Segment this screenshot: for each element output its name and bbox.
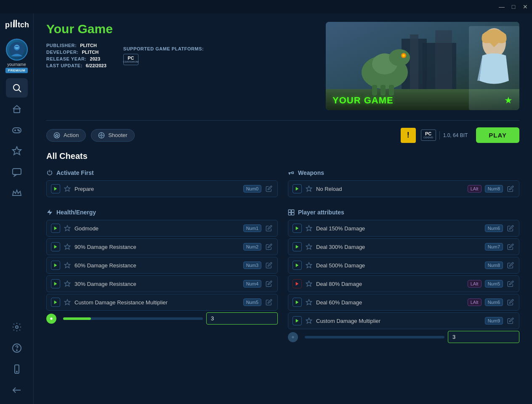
edit-deal150-button[interactable] bbox=[506, 224, 515, 232]
health-slider-track[interactable] bbox=[63, 317, 203, 320]
toggle-circle-icon bbox=[291, 335, 295, 339]
edit-icon10 bbox=[507, 262, 514, 269]
play-60dmg-button[interactable] bbox=[51, 261, 60, 270]
section-title-health-energy: Health/Energy bbox=[46, 209, 278, 216]
maximize-button[interactable]: □ bbox=[510, 3, 517, 10]
version-info: PC CD/DVD 1.0, 64 BIT bbox=[421, 129, 468, 141]
svg-rect-66 bbox=[292, 213, 294, 215]
svg-marker-76 bbox=[306, 299, 311, 305]
developer-label: DEVELOPER: bbox=[46, 50, 79, 55]
edit-custom-dmg-button[interactable] bbox=[265, 298, 273, 306]
svg-marker-50 bbox=[296, 187, 299, 190]
edit-no-reload-button[interactable] bbox=[506, 185, 515, 193]
sidebar-item-home[interactable] bbox=[6, 99, 28, 119]
svg-point-8 bbox=[13, 84, 19, 90]
edit-godmode-button[interactable] bbox=[265, 224, 273, 232]
svg-point-41 bbox=[101, 135, 102, 136]
svg-rect-10 bbox=[14, 109, 20, 113]
star-60dmg-button[interactable] bbox=[64, 261, 71, 269]
star-custom-multiplier-button[interactable] bbox=[305, 317, 313, 325]
svg-marker-47 bbox=[64, 186, 70, 191]
play-godmode-button[interactable] bbox=[51, 224, 60, 233]
star-godmode-button[interactable] bbox=[64, 224, 71, 232]
sidebar-item-back[interactable] bbox=[6, 380, 28, 400]
sidebar-item-mobile[interactable] bbox=[6, 359, 28, 379]
minimize-button[interactable]: — bbox=[498, 3, 505, 10]
genre-tag-shooter[interactable]: Shooter bbox=[91, 129, 135, 142]
edit-deal300-button[interactable] bbox=[506, 243, 515, 251]
sidebar-item-games[interactable] bbox=[6, 120, 28, 140]
play-custom-multiplier-button[interactable] bbox=[293, 316, 302, 325]
edit-60dmg-button[interactable] bbox=[265, 261, 273, 269]
edit-30dmg-button[interactable] bbox=[265, 280, 273, 288]
edit-icon8 bbox=[507, 225, 514, 232]
cheat-row-deal300: Deal 300% Damage Num7 bbox=[288, 238, 519, 255]
svg-rect-3 bbox=[16, 20, 17, 27]
play-deal500-button[interactable] bbox=[293, 261, 302, 270]
cheats-grid: Activate First Prepare Num0 bbox=[46, 169, 519, 353]
cheat-name-60dmg: 60% Damage Resistance bbox=[74, 262, 240, 269]
sidebar-item-favorites[interactable] bbox=[6, 141, 28, 161]
pc-platform-badge[interactable]: PC CD/DVDROM bbox=[123, 54, 138, 65]
cheat-row-deal60: Deal 60% Damage LAlt Num6 bbox=[288, 294, 519, 311]
genre-tag-action[interactable]: Action bbox=[46, 129, 86, 142]
play-prepare-button[interactable] bbox=[51, 184, 60, 193]
player-attr-slider-track[interactable] bbox=[305, 336, 444, 338]
play-deal60-button[interactable] bbox=[293, 298, 302, 307]
svg-point-79 bbox=[292, 336, 294, 338]
play-tri4 bbox=[53, 245, 58, 249]
warning-icon[interactable]: ! bbox=[401, 128, 416, 143]
edit-prepare-button[interactable] bbox=[265, 185, 273, 193]
star-deal150-button[interactable] bbox=[305, 224, 313, 232]
sidebar-item-premium[interactable] bbox=[6, 183, 28, 203]
edit-icon4 bbox=[266, 243, 272, 250]
play-tri12 bbox=[295, 300, 299, 304]
play-button[interactable]: PLAY bbox=[476, 127, 519, 143]
edit-deal500-button[interactable] bbox=[506, 261, 515, 269]
play-30dmg-button[interactable] bbox=[51, 279, 60, 288]
play-custom-dmg-button[interactable] bbox=[51, 298, 60, 307]
play-deal150-button[interactable] bbox=[293, 224, 302, 233]
cheat-row-30dmg: 30% Damage Resistance Num4 bbox=[46, 275, 278, 292]
player-attr-number-input[interactable] bbox=[448, 331, 519, 343]
star-deal300-button[interactable] bbox=[305, 243, 313, 251]
close-button[interactable]: ✕ bbox=[522, 3, 529, 10]
star-icon4 bbox=[64, 243, 71, 250]
sidebar-item-chat[interactable] bbox=[6, 162, 28, 182]
cheat-row-deal500: Deal 500% Damage Num8 bbox=[288, 257, 519, 274]
health-toggle[interactable] bbox=[46, 314, 56, 324]
cheat-row-custom-dmg: Custom Damage Resistance Multiplier Num5 bbox=[46, 294, 278, 311]
edit-custom-multiplier-button[interactable] bbox=[506, 317, 515, 325]
play-90dmg-button[interactable] bbox=[51, 242, 60, 251]
star-prepare-button[interactable] bbox=[64, 185, 71, 193]
star-90dmg-button[interactable] bbox=[64, 243, 71, 251]
star-deal500-button[interactable] bbox=[305, 261, 313, 269]
section-title-activate-first: Activate First bbox=[46, 169, 278, 176]
toggle-check-icon bbox=[50, 317, 53, 320]
play-no-reload-button[interactable] bbox=[293, 184, 302, 193]
platforms-label: SUPPORTED GAME PLATFORMS: bbox=[123, 46, 204, 51]
player-attr-toggle[interactable] bbox=[288, 332, 298, 342]
star-30dmg-button[interactable] bbox=[64, 280, 71, 288]
star-no-reload-button[interactable] bbox=[305, 185, 313, 193]
edit-90dmg-button[interactable] bbox=[265, 243, 273, 251]
logo: pl i tch bbox=[4, 18, 29, 32]
play-deal300-button[interactable] bbox=[293, 242, 302, 251]
help-icon bbox=[12, 343, 22, 353]
edit-deal80-button[interactable] bbox=[506, 280, 515, 288]
svg-marker-46 bbox=[54, 187, 57, 190]
sidebar-item-help[interactable] bbox=[6, 338, 28, 358]
section-title-weapons: Weapons bbox=[288, 169, 519, 176]
star-icon bbox=[12, 146, 22, 156]
star-deal80-button[interactable] bbox=[305, 280, 313, 288]
play-deal80-button[interactable] bbox=[293, 279, 302, 288]
svg-point-14 bbox=[18, 129, 19, 130]
edit-deal60-button[interactable] bbox=[506, 298, 515, 306]
sidebar-item-search[interactable] bbox=[6, 78, 28, 98]
star-custom-dmg-button[interactable] bbox=[64, 298, 71, 306]
health-number-input[interactable] bbox=[206, 312, 278, 325]
star-deal60-button[interactable] bbox=[305, 298, 313, 306]
sidebar-item-settings[interactable] bbox=[6, 317, 28, 337]
genre-action-label: Action bbox=[64, 132, 79, 138]
svg-text:pl: pl bbox=[5, 21, 13, 29]
